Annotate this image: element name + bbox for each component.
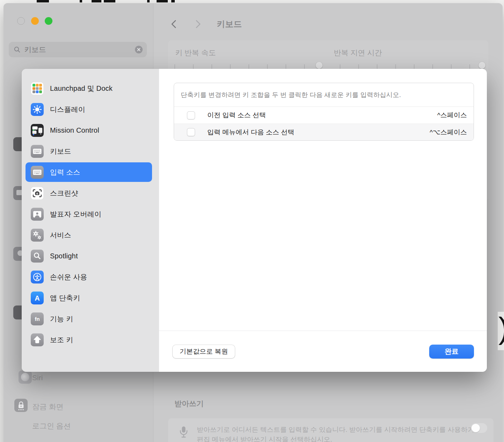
close-button[interactable] [17, 17, 25, 25]
sidebar-item-services[interactable]: 서비스 [22, 224, 159, 245]
svg-text:fn: fn [35, 316, 39, 322]
microphone-icon [179, 426, 188, 440]
mission-control-icon [31, 124, 44, 137]
clear-search-icon[interactable] [135, 46, 143, 53]
dictation-toggle[interactable] [471, 423, 487, 433]
screenshot-icon [31, 187, 44, 200]
sidebar-item-mission-control[interactable]: Mission Control [22, 120, 159, 141]
sidebar-item-label: 키보드 [50, 147, 71, 156]
sidebar-item-spotlight[interactable]: Spotlight [22, 245, 159, 266]
app-shortcuts-icon: A [31, 292, 44, 304]
sidebar-item-label: Spotlight [50, 252, 78, 260]
sidebar-item-screenshots[interactable]: 스크린샷 [22, 183, 159, 204]
shortcuts-sidebar: Launchpad 및 Dock 디스플레이 [22, 69, 159, 372]
sidebar-item-login-options[interactable]: 로그인 옵션 [32, 421, 71, 431]
desktop-right-strip [503, 0, 504, 442]
background-window-fragment: ) [498, 312, 504, 350]
lock-icon [14, 399, 28, 412]
function-keys-icon: fn [31, 312, 44, 325]
siri-icon [19, 370, 32, 384]
sidebar-item-presenter-overlay[interactable]: 발표자 오버레이 [22, 204, 159, 224]
input-sources-icon [31, 166, 44, 179]
sidebar-item-label: 서비스 [50, 230, 71, 240]
sidebar-item-keyboard[interactable]: 키보드 [22, 141, 159, 162]
sidebar-item-launchpad-dock[interactable]: Launchpad 및 Dock [22, 78, 159, 99]
sheet-footer: 기본값으로 복원 완료 [159, 331, 487, 372]
modifier-keys-icon [31, 333, 44, 346]
sidebar-item-label: 앱 단축키 [50, 293, 80, 303]
key-repeat-rate-label: 키 반복 속도 [175, 48, 216, 58]
sidebar-item-label: 스크린샷 [50, 189, 78, 198]
repeat-delay-slider-knob[interactable] [478, 62, 485, 69]
shortcuts-instruction: 단축키를 변경하려면 키 조합을 두 번 클릭한 다음 새로운 키를 입력하십시… [174, 83, 474, 107]
dictation-panel: 받아쓰기로 어디서든 텍스트를 입력할 수 있습니다. 받아쓰기를 시작하려면 … [168, 418, 494, 442]
search-input[interactable] [24, 45, 135, 54]
shortcut-row-previous-input-source[interactable]: 이전 입력 소스 선택 ^스페이스 [174, 107, 474, 124]
search-field[interactable] [9, 42, 147, 57]
sidebar-item-label: 손쉬운 사용 [50, 272, 87, 282]
back-icon[interactable] [170, 20, 178, 29]
services-icon [31, 229, 44, 242]
sidebar-item-display[interactable]: 디스플레이 [22, 99, 159, 120]
presenter-overlay-icon [31, 208, 44, 221]
sidebar-item-app-shortcuts[interactable]: A 앱 단축키 [22, 287, 159, 308]
page-title: 키보드 [217, 19, 242, 30]
zoom-button[interactable] [45, 17, 52, 25]
search-icon [14, 46, 21, 53]
checkbox-previous-input-source[interactable] [187, 111, 195, 119]
keyboard-shortcuts-sheet: Launchpad 및 Dock 디스플레이 [22, 69, 487, 372]
sidebar-item-function-keys[interactable]: fn 기능 키 [22, 308, 159, 329]
shortcuts-table: 단축키를 변경하려면 키 조합을 두 번 클릭한 다음 새로운 키를 입력하십시… [174, 83, 474, 141]
repeat-delay-label: 반복 지연 시간 [334, 48, 382, 58]
done-button[interactable]: 완료 [429, 345, 474, 359]
shortcut-keys[interactable]: ^⌥스페이스 [430, 128, 467, 137]
accessibility-icon [31, 271, 44, 283]
display-icon [31, 103, 44, 116]
sidebar-item-accessibility[interactable]: 손쉬운 사용 [22, 266, 159, 287]
shortcuts-panel: 단축키를 변경하려면 키 조합을 두 번 클릭한 다음 새로운 키를 입력하십시… [159, 69, 487, 372]
shortcut-row-next-input-source[interactable]: 입력 메뉴에서 다음 소스 선택 ^⌥스페이스 [174, 124, 474, 140]
dictation-description-line1: 받아쓰기로 어디서든 텍스트를 입력할 수 있습니다. 받아쓰기를 시작하려면 … [197, 425, 481, 434]
svg-text:A: A [35, 294, 39, 302]
key-repeat-slider-knob[interactable] [316, 62, 323, 69]
sidebar-item-modifier-keys[interactable]: 보조 키 [22, 329, 159, 350]
sidebar-item-input-sources[interactable]: 입력 소스 [22, 162, 159, 183]
sidebar-item-label: 보조 키 [50, 335, 73, 345]
dictation-heading: 받아쓰기 [174, 399, 204, 408]
sidebar-item-label: Launchpad 및 Dock [50, 84, 113, 93]
shortcut-label: 입력 메뉴에서 다음 소스 선택 [207, 128, 294, 137]
sidebar-item-label: 입력 소스 [50, 168, 80, 177]
shortcut-label: 이전 입력 소스 선택 [207, 111, 266, 120]
sidebar-item-label: Mission Control [50, 126, 99, 134]
sidebar-item-label: 디스플레이 [50, 105, 85, 114]
sidebar-item-lock-screen[interactable]: 잠금 화면 [32, 402, 64, 412]
sidebar-item-siri[interactable]: Siri [32, 374, 43, 382]
restore-defaults-button[interactable]: 기본값으로 복원 [173, 345, 235, 358]
forward-icon[interactable] [194, 20, 202, 29]
dictation-description-line2: 편집 메뉴에서 받아쓰기 시작을 선택하십시오. [197, 435, 332, 442]
keyboard-icon [31, 145, 44, 158]
shortcut-keys[interactable]: ^스페이스 [437, 111, 467, 120]
launchpad-icon [31, 82, 44, 95]
sidebar-item-label: 발표자 오버레이 [50, 209, 101, 219]
spotlight-icon [31, 250, 44, 263]
minimize-button[interactable] [31, 17, 39, 25]
checkbox-next-input-source[interactable] [187, 128, 195, 136]
sidebar-item-label: 기능 키 [50, 314, 73, 324]
